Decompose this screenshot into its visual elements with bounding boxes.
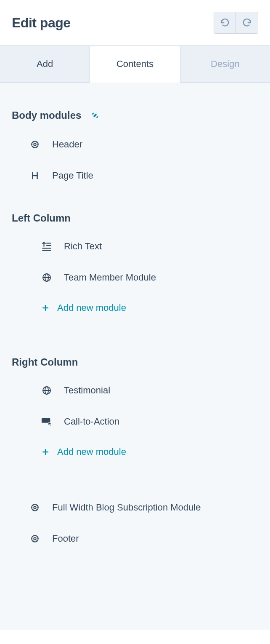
svg-point-21 — [34, 506, 36, 509]
left-column-title: Left Column — [0, 191, 270, 231]
module-label: Team Member Module — [64, 272, 156, 283]
module-label: Footer — [52, 533, 79, 544]
contents-panel: Body modules Header Page Title Left Colu… — [0, 83, 270, 630]
body-modules-title: Body modules — [12, 110, 81, 121]
module-rich-text[interactable]: Rich Text — [0, 231, 270, 262]
plus-icon — [40, 303, 50, 313]
richtext-icon — [40, 240, 53, 253]
svg-point-20 — [32, 504, 38, 511]
globe-icon — [40, 271, 53, 284]
module-label: Full Width Blog Subscription Module — [52, 502, 201, 513]
svg-point-22 — [32, 535, 38, 542]
sprocket-icon — [29, 138, 41, 151]
module-team-member[interactable]: Team Member Module — [0, 262, 270, 293]
sprocket-icon — [29, 532, 41, 545]
cta-icon — [40, 415, 53, 428]
module-label: Header — [52, 139, 82, 150]
svg-point-0 — [32, 141, 38, 148]
module-page-title[interactable]: Page Title — [0, 160, 270, 191]
design-tools-icon[interactable] — [91, 112, 99, 119]
module-label: Page Title — [52, 170, 93, 181]
tabs: Add Contents Design — [0, 45, 270, 83]
tab-contents[interactable]: Contents — [90, 46, 180, 83]
globe-icon — [40, 384, 53, 397]
right-column-title: Right Column — [0, 323, 270, 375]
module-blog-subscription[interactable]: Full Width Blog Subscription Module — [0, 492, 270, 523]
add-module-left[interactable]: Add new module — [0, 293, 270, 323]
module-cta[interactable]: Call-to-Action — [0, 406, 270, 437]
module-header[interactable]: Header — [0, 129, 270, 160]
heading-icon — [29, 169, 41, 182]
add-module-right[interactable]: Add new module — [0, 437, 270, 467]
undo-button[interactable] — [214, 12, 236, 33]
svg-point-1 — [34, 143, 36, 146]
module-footer[interactable]: Footer — [0, 523, 270, 554]
module-testimonial[interactable]: Testimonial — [0, 375, 270, 406]
tab-add[interactable]: Add — [0, 46, 90, 82]
redo-icon — [242, 18, 251, 27]
add-module-label: Add new module — [57, 302, 126, 313]
undo-redo-group — [214, 12, 258, 34]
svg-rect-17 — [42, 418, 50, 423]
module-label: Rich Text — [64, 241, 102, 252]
body-bottom-section: Full Width Blog Subscription Module Foot… — [0, 492, 270, 554]
page-title: Edit page — [12, 15, 71, 31]
module-label: Call-to-Action — [64, 416, 119, 427]
plus-icon — [40, 447, 50, 457]
redo-button[interactable] — [236, 12, 258, 33]
module-label: Testimonial — [64, 385, 110, 396]
page-header: Edit page — [0, 0, 270, 45]
sprocket-icon — [29, 501, 41, 514]
undo-icon — [220, 18, 230, 27]
svg-point-23 — [34, 537, 36, 540]
add-module-label: Add new module — [57, 446, 126, 457]
tab-design[interactable]: Design — [180, 46, 270, 82]
body-modules-header: Body modules — [0, 98, 270, 129]
